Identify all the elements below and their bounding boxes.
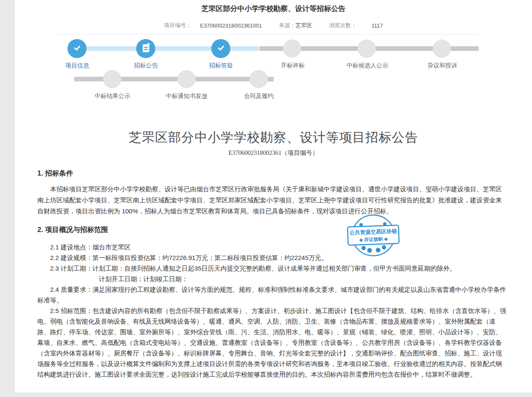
step-label-contract[interactable]: 合同及履约 [225,92,293,100]
project-no-label: 项目编号： [164,22,191,29]
step-node-project-info[interactable] [67,39,87,58]
step-node-contract[interactable] [249,70,268,88]
page-title: 芝罘区部分中小学学校勘察、设计等招标公告 [15,0,532,14]
meta-row: 项目编号： E3706002318002361001 来源： 芝罘区 浏览次数：… [15,22,532,29]
step-node-bid-opening[interactable] [283,39,301,58]
document-icon [142,43,150,54]
step-label-objection[interactable]: 异议和投诉 [409,62,476,70]
item-2-3-dates: 计划开工日期：计划竣工日期： [37,274,507,284]
item-2-2: 2.2 建设规模：第一标段项目投资估算：约72226.91万元；第二标段项目投资… [37,252,507,263]
step-label-tender-qa[interactable]: 招标答疑 [187,62,255,70]
step-label-award-letter[interactable]: 中标通知书发放 [153,92,221,100]
document-title: 芝罘区部分中小学学校勘察、设计等项目招标公告 [15,129,532,146]
views-label: 浏览次数： [329,22,357,29]
stepper-line-active [72,46,260,51]
item-2-4: 2.4 质量要求：满足国家现行的工程建设勘察、设计等方面的规范、规程、标准和强制… [37,284,507,305]
document-content: 1. 招标条件 本招标项目芝罘区部分中小学学校勘察、设计等已由烟台市芝罘区行政审… [37,169,507,380]
section1-heading: 1. 招标条件 [37,169,507,178]
check-icon [216,43,226,54]
views-value: 1117 [372,22,383,29]
check-icon [73,43,82,54]
project-no-value: E3706002318002361001 [200,22,262,29]
step-label-bid-opening[interactable]: 开标评标 [259,62,327,70]
progress-stepper: 项目信息 招标公告 招标答疑 开标评标 中标候选人公示 异议和投诉 中标结果公示… [15,34,532,109]
step-label-tender-notice[interactable]: 招标公告 [112,62,180,70]
item-2-5: 2.5 招标范围：包含建设内容的所有勘察（包含但不限于勘察成果等）、方案设计、初… [37,305,507,380]
step-label-candidate-publicity[interactable]: 中标候选人公示 [333,62,401,70]
source-label: 来源： [279,22,296,29]
item-2-1: 2.1 建设地点：烟台市芝罘区 [37,242,507,252]
step-node-objection[interactable] [433,39,451,58]
step-node-award-letter[interactable] [177,70,196,88]
document-subtitle: E3706002318002361（项目编号） [15,149,532,157]
source-value: 芝罘区 [296,22,312,29]
step-label-result-publicity[interactable]: 中标结果公示 [78,92,146,100]
step-label-project-info[interactable]: 项目信息 [43,62,111,70]
item-2-3: 2.3 计划工期：计划工期：自接到招标人通知之日起35日历天内提交完整的勘察、设… [37,263,507,274]
step-node-result-publicity[interactable] [103,70,121,88]
step-node-tender-notice[interactable] [136,39,155,58]
section1-paragraph: 本招标项目芝罘区部分中小学学校勘察、设计等已由烟台市芝罘区行政审批服务局《关于康… [37,184,507,217]
step-node-tender-qa[interactable] [211,39,230,58]
announcement-page: 芝罘区部分中小学学校勘察、设计等招标公告 项目编号： E370600231800… [15,0,532,392]
step-node-candidate-publicity[interactable] [358,39,376,58]
section2-heading: 2. 项目概况与招标范围 [37,225,507,235]
